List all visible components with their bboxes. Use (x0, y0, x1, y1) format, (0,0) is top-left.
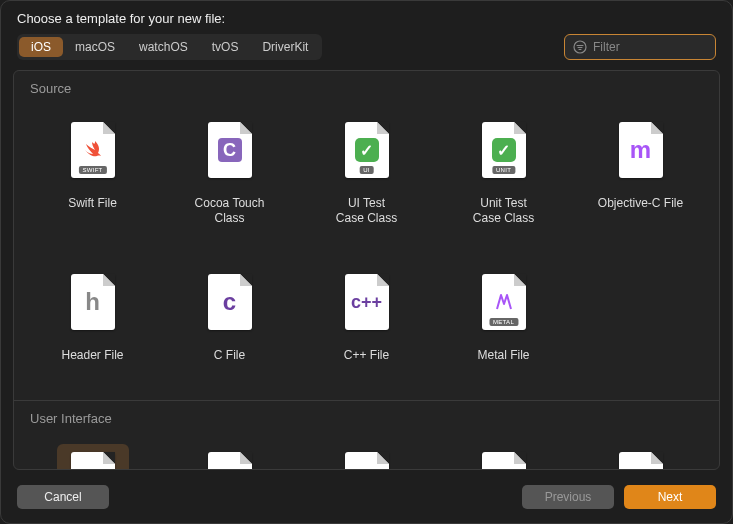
filter-icon (573, 40, 587, 54)
template-launch-screen[interactable]: 1 Launch Screen (572, 436, 709, 469)
section-grid-ui: SWIFT SwiftUI View ✕STORYBOARD Storyboar… (14, 432, 719, 469)
file-badge: SWIFT (78, 166, 106, 174)
template-header-file[interactable]: h Header File (24, 258, 161, 384)
ui-test-icon: ✓UI (345, 122, 389, 178)
template-view[interactable]: View (298, 436, 435, 469)
cpp-file-icon: c++ (345, 274, 389, 330)
next-button[interactable]: Next (624, 485, 716, 509)
filter-input[interactable] (593, 40, 707, 54)
template-label: Metal File (471, 346, 535, 376)
template-label: C++ File (338, 346, 395, 376)
template-c-file[interactable]: c C File (161, 258, 298, 384)
template-swiftui-view[interactable]: SWIFT SwiftUI View (24, 436, 161, 469)
section-header-source: Source (14, 71, 719, 102)
toolbar: iOS macOS watchOS tvOS DriverKit (1, 34, 732, 70)
launch-screen-icon: 1 (619, 452, 663, 469)
swift-file-icon: SWIFT (71, 122, 115, 178)
template-list-frame: Source SWIFT Swift File C Cocoa Touch Cl… (13, 70, 720, 470)
cocoa-class-icon: C (208, 122, 252, 178)
template-label: C File (208, 346, 251, 376)
template-label: UI Test Case Class (330, 194, 403, 228)
template-cocoa-touch-class[interactable]: C Cocoa Touch Class (161, 106, 298, 236)
template-unit-test-case-class[interactable]: ✓UNIT Unit Test Case Class (435, 106, 572, 236)
template-metal-file[interactable]: METAL Metal File (435, 258, 572, 384)
tab-macos[interactable]: macOS (63, 37, 127, 57)
checkmark-icon: ✓ (492, 138, 516, 162)
tab-watchos[interactable]: watchOS (127, 37, 200, 57)
swiftui-view-icon: SWIFT (71, 452, 115, 469)
template-objective-c-file[interactable]: m Objective-C File (572, 106, 709, 236)
file-badge: UI (359, 166, 374, 174)
dialog-header: Choose a template for your new file: (1, 1, 732, 34)
unit-test-icon: ✓UNIT (482, 122, 526, 178)
section-grid-source: SWIFT Swift File C Cocoa Touch Class ✓UI… (14, 102, 719, 400)
template-scroll[interactable]: Source SWIFT Swift File C Cocoa Touch Cl… (14, 71, 719, 469)
empty-xib-icon: ✕XIB (482, 452, 526, 469)
objc-file-icon: m (619, 122, 663, 178)
template-empty[interactable]: ✕XIB Empty (435, 436, 572, 469)
filter-field[interactable] (564, 34, 716, 60)
template-label: Swift File (62, 194, 123, 224)
cancel-button[interactable]: Cancel (17, 485, 109, 509)
file-badge: UNIT (492, 166, 515, 174)
file-badge: METAL (489, 318, 518, 326)
section-header-ui: User Interface (14, 401, 719, 432)
tab-driverkit[interactable]: DriverKit (250, 37, 320, 57)
template-label: Objective-C File (592, 194, 689, 224)
view-icon (345, 452, 389, 469)
c-file-icon: c (208, 274, 252, 330)
dialog-footer: Cancel Previous Next (1, 471, 732, 523)
previous-button[interactable]: Previous (522, 485, 614, 509)
template-ui-test-case-class[interactable]: ✓UI UI Test Case Class (298, 106, 435, 236)
tab-tvos[interactable]: tvOS (200, 37, 251, 57)
storyboard-icon: ✕STORYBOARD (208, 452, 252, 469)
template-swift-file[interactable]: SWIFT Swift File (24, 106, 161, 236)
template-label: Cocoa Touch Class (189, 194, 271, 228)
platform-tabs: iOS macOS watchOS tvOS DriverKit (17, 34, 322, 60)
tab-ios[interactable]: iOS (19, 37, 63, 57)
dialog-title: Choose a template for your new file: (17, 11, 716, 26)
template-cpp-file[interactable]: c++ C++ File (298, 258, 435, 384)
checkmark-icon: ✓ (355, 138, 379, 162)
header-file-icon: h (71, 274, 115, 330)
metal-file-icon: METAL (482, 274, 526, 330)
template-label: Header File (55, 346, 129, 376)
template-storyboard[interactable]: ✕STORYBOARD Storyboard (161, 436, 298, 469)
template-label: Unit Test Case Class (467, 194, 540, 228)
